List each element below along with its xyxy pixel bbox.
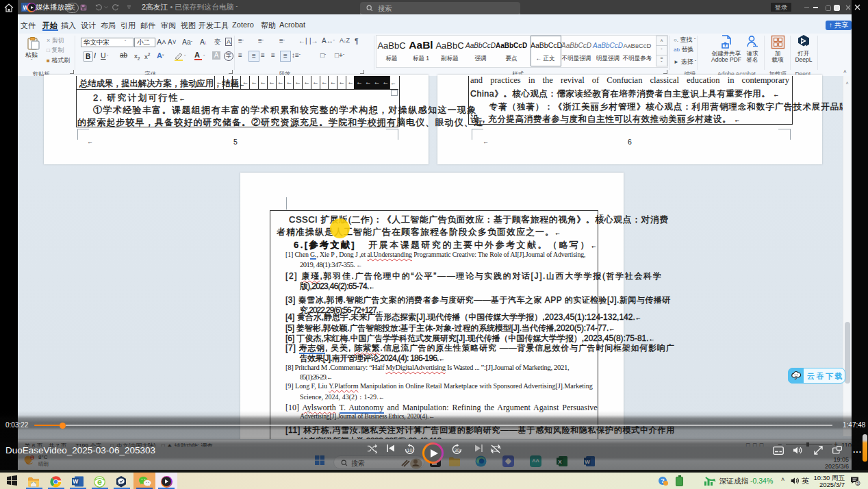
svg-text:x: x <box>752 42 755 46</box>
svg-text:W: W <box>73 478 79 485</box>
svg-text:30: 30 <box>455 448 460 453</box>
svg-text:10: 10 <box>407 448 413 453</box>
